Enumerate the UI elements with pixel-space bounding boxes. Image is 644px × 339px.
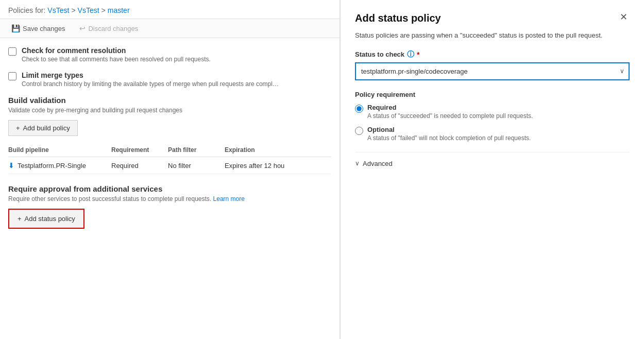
advanced-toggle-button[interactable]: ∨ Advanced xyxy=(355,160,393,167)
required-star: * xyxy=(417,50,419,59)
add-status-policy-panel: Add status policy ✕ Status policies are … xyxy=(340,0,644,339)
modal-title: Add status policy xyxy=(355,12,441,24)
require-approval-section: Require approval from additional service… xyxy=(8,184,331,229)
advanced-section: ∨ Advanced xyxy=(355,152,630,167)
learn-more-link[interactable]: Learn more xyxy=(213,195,245,202)
breadcrumb-sep2: > xyxy=(101,6,106,14)
add-status-policy-button[interactable]: + Add status policy xyxy=(8,209,84,229)
save-changes-button[interactable]: 💾 Save changes xyxy=(8,22,68,35)
col-path-filter: Path filter xyxy=(168,146,225,154)
expiration-cell: Expires after 12 hou xyxy=(225,162,331,170)
save-icon: 💾 xyxy=(11,24,20,32)
breadcrumb-repo[interactable]: VsTest xyxy=(78,6,99,14)
optional-radio-desc: A status of "failed" will not block comp… xyxy=(367,134,531,142)
discard-label: Discard changes xyxy=(88,25,138,32)
left-panel: Policies for: VsTest > VsTest > master 💾… xyxy=(0,0,340,339)
status-plus-icon: + xyxy=(18,215,22,223)
col-pipeline: Build pipeline xyxy=(8,146,111,154)
build-table-header: Build pipeline Requirement Path filter E… xyxy=(8,143,331,157)
modal-description: Status policies are passing when a "succ… xyxy=(355,30,630,41)
comment-resolution-checkbox[interactable] xyxy=(8,47,16,56)
col-expiration: Expiration xyxy=(225,146,331,154)
required-radio-desc: A status of "succeeded" is needed to com… xyxy=(367,112,533,120)
content-area: Check for comment resolution Check to se… xyxy=(0,38,340,339)
modal-header: Add status policy ✕ xyxy=(355,12,630,24)
require-approval-text: Require other services to post successfu… xyxy=(8,195,213,202)
breadcrumb-sep1: > xyxy=(71,6,75,14)
discard-icon: ↩ xyxy=(79,24,86,32)
status-select-wrapper: testplatform.pr-single/codecoverage ∨ xyxy=(355,62,630,80)
required-radio[interactable] xyxy=(355,105,363,113)
status-select[interactable]: testplatform.pr-single/codecoverage xyxy=(355,62,630,80)
table-row[interactable]: ⬇ Testplatform.PR-Single Required No fil… xyxy=(8,157,331,174)
advanced-label: Advanced xyxy=(363,160,393,167)
add-status-policy-label: Add status policy xyxy=(25,215,75,223)
save-label: Save changes xyxy=(23,25,65,32)
limit-merge-checkbox[interactable] xyxy=(8,72,16,80)
policy-requirement-label: Policy requirement xyxy=(355,91,630,98)
status-field-label: Status to check ⓘ * xyxy=(355,50,630,59)
status-to-check-field: Status to check ⓘ * testplatform.pr-sing… xyxy=(355,50,630,80)
col-requirement: Requirement xyxy=(111,146,168,154)
pipeline-name: Testplatform.PR-Single xyxy=(18,162,86,170)
optional-option: Optional A status of "failed" will not b… xyxy=(355,126,630,142)
comment-resolution-title: Check for comment resolution xyxy=(22,46,211,55)
limit-merge-title: Limit merge types xyxy=(22,71,279,79)
limit-merge-desc: Control branch history by limiting the a… xyxy=(22,80,279,88)
discard-changes-button[interactable]: ↩ Discard changes xyxy=(76,22,141,35)
policy-requirement-section: Policy requirement Required A status of … xyxy=(355,91,630,142)
require-approval-desc: Require other services to post successfu… xyxy=(8,195,331,202)
toolbar: 💾 Save changes ↩ Discard changes xyxy=(0,19,340,38)
required-radio-title: Required xyxy=(367,104,533,111)
close-button[interactable]: ✕ xyxy=(618,12,630,22)
required-option: Required A status of "succeeded" is need… xyxy=(355,104,630,120)
breadcrumb-branch: master xyxy=(108,6,130,14)
plus-icon: + xyxy=(16,124,20,132)
breadcrumb-label: Policies for: xyxy=(8,6,45,14)
breadcrumb-project[interactable]: VsTest xyxy=(47,6,69,14)
pipeline-icon: ⬇ xyxy=(8,161,14,170)
status-label-text: Status to check xyxy=(355,50,404,58)
path-filter-cell: No filter xyxy=(168,162,225,170)
build-validation-desc: Validate code by pre-merging and buildin… xyxy=(8,107,331,114)
info-icon[interactable]: ⓘ xyxy=(407,50,414,59)
limit-merge-item: Limit merge types Control branch history… xyxy=(8,71,331,88)
build-validation-section: Build validation Validate code by pre-me… xyxy=(8,96,331,174)
optional-radio[interactable] xyxy=(355,127,363,135)
close-icon: ✕ xyxy=(620,12,628,22)
require-approval-title: Require approval from additional service… xyxy=(8,184,331,193)
build-validation-title: Build validation xyxy=(8,96,331,105)
comment-resolution-desc: Check to see that all comments have been… xyxy=(22,56,211,63)
requirement-cell: Required xyxy=(111,162,168,170)
optional-radio-title: Optional xyxy=(367,126,531,133)
pipeline-cell: ⬇ Testplatform.PR-Single xyxy=(8,161,111,170)
add-build-policy-label: Add build policy xyxy=(23,124,70,132)
comment-resolution-item: Check for comment resolution Check to se… xyxy=(8,46,331,63)
chevron-down-icon: ∨ xyxy=(355,160,360,167)
add-build-policy-button[interactable]: + Add build policy xyxy=(8,120,78,136)
breadcrumb: Policies for: VsTest > VsTest > master xyxy=(0,0,340,19)
